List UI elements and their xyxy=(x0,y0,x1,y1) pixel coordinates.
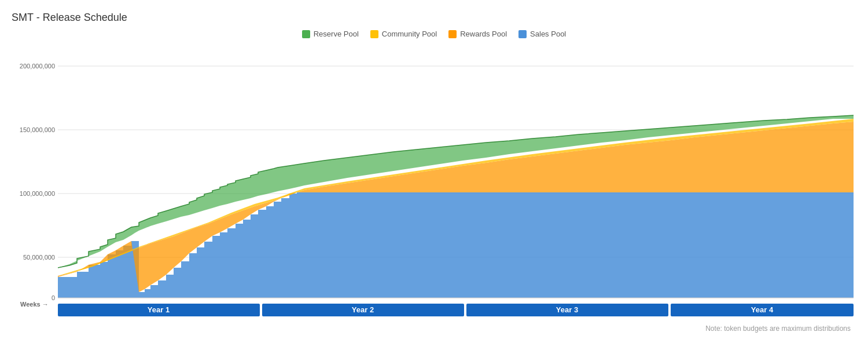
legend-label-rewards: Rewards Pool xyxy=(460,30,507,38)
chart-container: SMT - Release Schedule Reserve Pool Comm… xyxy=(0,0,868,361)
chart-title: SMT - Release Schedule xyxy=(12,12,856,24)
legend-color-sales xyxy=(518,30,527,38)
legend-color-reserve xyxy=(302,30,310,38)
legend-label-sales: Sales Pool xyxy=(530,30,566,38)
svg-text:Year 2: Year 2 xyxy=(352,305,374,314)
legend-item-sales: Sales Pool xyxy=(518,30,566,38)
svg-text:0: 0 xyxy=(52,294,55,301)
svg-text:200,000,000: 200,000,000 xyxy=(20,63,55,70)
legend-color-community xyxy=(370,30,378,38)
svg-text:100,000,000: 100,000,000 xyxy=(20,190,55,197)
svg-text:Year 1: Year 1 xyxy=(148,305,170,314)
svg-text:Weeks →: Weeks → xyxy=(20,301,49,308)
chart-area: 200,000,000 150,000,000 100,000,000 50,0… xyxy=(12,43,856,323)
svg-text:150,000,000: 150,000,000 xyxy=(20,126,55,133)
svg-text:Year 4: Year 4 xyxy=(751,305,774,314)
legend-label-reserve: Reserve Pool xyxy=(314,30,359,38)
chart-legend: Reserve Pool Community Pool Rewards Pool… xyxy=(12,30,856,38)
legend-item-rewards: Rewards Pool xyxy=(448,30,507,38)
legend-label-community: Community Pool xyxy=(382,30,437,38)
svg-text:50,000,000: 50,000,000 xyxy=(23,254,55,261)
legend-item-reserve: Reserve Pool xyxy=(302,30,359,38)
svg-text:Year 3: Year 3 xyxy=(556,305,578,314)
legend-item-community: Community Pool xyxy=(370,30,437,38)
chart-note: Note: token budgets are maximum distribu… xyxy=(12,324,856,333)
chart-svg: 200,000,000 150,000,000 100,000,000 50,0… xyxy=(12,43,856,321)
legend-color-rewards xyxy=(448,30,457,38)
